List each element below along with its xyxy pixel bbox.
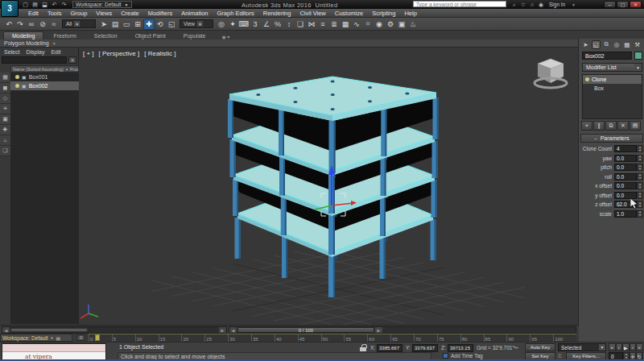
rectangular-selection-icon[interactable]: ▭ bbox=[121, 19, 132, 30]
app-logo-icon[interactable]: 3 bbox=[1, 0, 19, 17]
explorer-menu-item[interactable]: Edit bbox=[51, 49, 60, 55]
ribbon-tab[interactable]: Freeform bbox=[45, 32, 84, 39]
spinner[interactable]: ▴▾ bbox=[637, 164, 643, 171]
percent-snap-icon[interactable]: % bbox=[272, 19, 283, 30]
spinner[interactable]: ▴▾ bbox=[637, 210, 643, 218]
macro-recorder-line[interactable] bbox=[2, 344, 105, 352]
previous-frame-arrow-icon[interactable]: ◀ bbox=[229, 327, 237, 333]
clear-search-icon[interactable]: ✕ bbox=[68, 56, 76, 64]
close-button[interactable]: ✕ bbox=[630, 1, 642, 8]
explorer-menu-item[interactable]: Select bbox=[4, 49, 19, 55]
param-value-field[interactable]: 0.0 bbox=[614, 182, 637, 189]
selection-set-dropdown[interactable]: Selected ▼ bbox=[558, 343, 606, 351]
menu-item[interactable]: Views bbox=[92, 9, 116, 18]
time-slider-lock-icon[interactable]: ⊟ bbox=[76, 334, 85, 341]
select-and-scale-icon[interactable]: ◱ bbox=[166, 19, 177, 30]
chevron-down-icon[interactable]: ▼ bbox=[572, 2, 576, 7]
redo-scene-icon[interactable]: ↷ bbox=[60, 1, 68, 8]
explorer-settings-icon[interactable]: ▤ bbox=[56, 335, 61, 341]
new-scene-icon[interactable]: ▢ bbox=[21, 1, 30, 8]
render-icon[interactable]: ♨ bbox=[407, 19, 419, 30]
reference-coordinate-dropdown[interactable]: View▼ bbox=[180, 19, 213, 28]
ribbon-tab[interactable]: Populate bbox=[175, 32, 214, 39]
select-by-name-icon[interactable]: ▤ bbox=[109, 19, 121, 30]
open-file-icon[interactable]: ▤ bbox=[31, 1, 39, 8]
menu-item[interactable]: Graph Editors bbox=[213, 9, 258, 18]
sign-in-link[interactable]: Sign In bbox=[549, 2, 565, 7]
menu-item[interactable]: Animation bbox=[177, 9, 212, 18]
select-and-rotate-icon[interactable]: ⟲ bbox=[155, 19, 166, 30]
frozen-column-header[interactable]: Frozen bbox=[70, 67, 79, 72]
undo-scene-icon[interactable]: ↶ bbox=[50, 1, 59, 8]
go-to-start-button[interactable]: « bbox=[609, 343, 616, 351]
menu-item[interactable]: Modifiers bbox=[144, 9, 176, 18]
param-value-field[interactable]: 0.0 bbox=[614, 173, 637, 180]
display-warps-icon[interactable]: ≈ bbox=[0, 135, 10, 146]
modifier-stack-item-clone[interactable]: Clone bbox=[583, 75, 642, 84]
Box001[interactable]: ▣ Box001 bbox=[10, 73, 79, 81]
modify-tab-icon[interactable]: ◱ bbox=[592, 40, 601, 49]
time-slider-handle[interactable]: 0 / 100 bbox=[237, 327, 374, 333]
display-shapes-icon[interactable]: ◇ bbox=[0, 93, 10, 104]
spinner-snap-icon[interactable]: ↕ bbox=[283, 19, 295, 30]
name-column-header[interactable]: Name (Sorted Ascending) bbox=[13, 67, 64, 72]
redo-icon[interactable]: ↷ bbox=[14, 19, 26, 30]
material-editor-icon[interactable]: ◉ bbox=[374, 19, 385, 30]
infocenter-search-input[interactable] bbox=[413, 1, 506, 7]
maximize-button[interactable]: ▢ bbox=[617, 1, 629, 8]
save-file-icon[interactable]: ⬓ bbox=[40, 1, 49, 8]
scene-explorer-tab[interactable]: Workspace: Default ▼ ▤ bbox=[0, 334, 72, 342]
coord-y-field[interactable]: 3379.637 bbox=[412, 344, 438, 352]
next-frame-arrow-icon[interactable]: ▶ bbox=[375, 327, 382, 333]
show-end-result-icon[interactable]: ∥ bbox=[593, 121, 605, 131]
next-frame-button[interactable]: › bbox=[630, 343, 637, 351]
param-value-field[interactable]: 0.0 bbox=[614, 164, 637, 171]
parameters-rollout-header[interactable]: − Parameters bbox=[580, 134, 643, 143]
unlink-selection-icon[interactable]: ⊘ bbox=[37, 19, 48, 30]
align-icon[interactable]: ≡ bbox=[317, 19, 328, 30]
render-setup-icon[interactable]: ⚙ bbox=[385, 19, 396, 30]
undo-icon[interactable]: ↶ bbox=[3, 19, 14, 30]
ribbon-tab[interactable]: Object Paint bbox=[127, 32, 174, 39]
display-geometry-icon[interactable]: ◼ bbox=[0, 83, 10, 93]
configure-modifier-sets-icon[interactable]: ▤ bbox=[630, 121, 641, 131]
viewport-pov-menu[interactable]: [ Perspective ] bbox=[99, 50, 140, 57]
window-crossing-icon[interactable]: ⊞ bbox=[132, 19, 143, 30]
viewport-shading-menu[interactable]: [ Realistic ] bbox=[144, 50, 175, 57]
display-all-icon[interactable]: ▦ bbox=[0, 73, 10, 83]
visibility-bulb-icon[interactable] bbox=[15, 84, 19, 88]
ribbon-tab[interactable]: Modeling bbox=[3, 31, 43, 39]
search-go-icon[interactable]: ⌕ bbox=[510, 1, 518, 8]
pin-stack-icon[interactable]: ⌖ bbox=[581, 121, 592, 131]
key-icon[interactable]: ⚿ bbox=[558, 354, 562, 359]
spinner[interactable]: ▴▾ bbox=[637, 145, 643, 152]
modifier-stack-item-box[interactable]: Box bbox=[583, 84, 642, 93]
coord-z-field[interactable]: 39713.15 bbox=[448, 344, 473, 352]
create-tab-icon[interactable]: ➤ bbox=[581, 40, 590, 49]
polygon-modeling-panel[interactable]: Polygon Modeling bbox=[4, 40, 49, 46]
bind-to-space-warp-icon[interactable]: ≈ bbox=[48, 19, 60, 30]
home-icon[interactable]: ⌂ bbox=[528, 1, 536, 8]
mirror-icon[interactable]: ⋈ bbox=[306, 19, 317, 30]
named-selection-sets-icon[interactable]: ❏ bbox=[295, 19, 306, 30]
make-unique-icon[interactable]: ⧉ bbox=[605, 121, 617, 131]
modifier-enable-bulb-icon[interactable] bbox=[585, 77, 589, 81]
viewport-general-menu[interactable]: [ + ] bbox=[83, 50, 94, 57]
schematic-view-icon[interactable]: ⌗ bbox=[362, 19, 374, 30]
coord-x-field[interactable]: 3385.667 bbox=[377, 344, 402, 352]
remove-modifier-icon[interactable]: ✕ bbox=[617, 121, 629, 131]
ribbon-tab[interactable]: Selection bbox=[86, 32, 126, 39]
display-helpers-icon[interactable]: ✚ bbox=[0, 125, 10, 135]
time-slider-track[interactable]: ◀ 0 / 100 ▶ bbox=[229, 326, 576, 334]
rendered-frame-icon[interactable]: ▣ bbox=[396, 19, 407, 30]
spinner[interactable]: ▴▾ bbox=[637, 182, 643, 189]
hierarchy-tab-icon[interactable]: ⧉ bbox=[602, 40, 611, 49]
maxscript-mini-listener[interactable]: at vipera bbox=[2, 343, 106, 360]
menu-item[interactable]: Edit bbox=[24, 9, 43, 18]
spinner[interactable]: ▴▾ bbox=[637, 155, 643, 162]
viewport-canvas[interactable] bbox=[79, 48, 578, 325]
menu-item[interactable]: Scripting bbox=[368, 9, 399, 18]
minimize-button[interactable]: ─ bbox=[604, 1, 616, 8]
menu-item[interactable]: Help bbox=[400, 9, 420, 18]
track-bar-ruler[interactable]: 0510152025303540455055606570758085909510… bbox=[89, 334, 576, 342]
